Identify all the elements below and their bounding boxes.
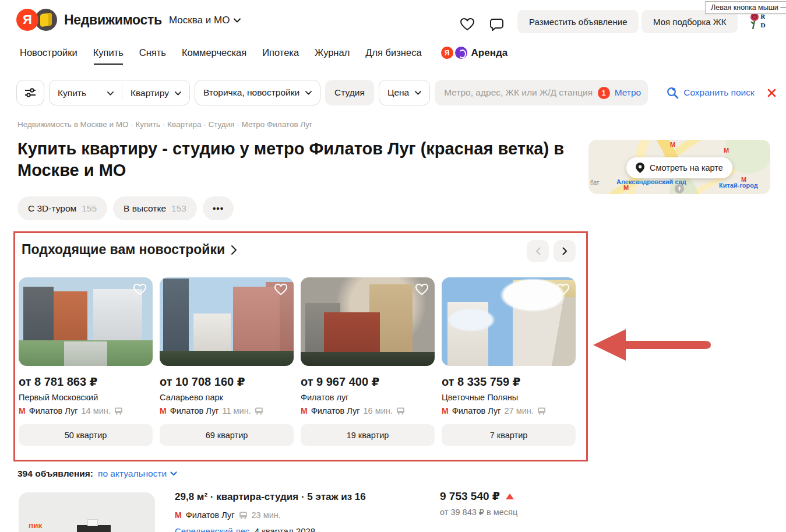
metro-time: 11 мин.: [223, 406, 251, 415]
map-label-aleksandrovsky: Александровский сад: [616, 178, 686, 185]
complex-price: от 9 967 400 ₽: [301, 375, 435, 389]
svg-text:D: D: [760, 22, 766, 29]
profile-avatar[interactable]: R D: [748, 12, 769, 30]
nav-item-snyat[interactable]: Снять: [139, 47, 166, 58]
nav-item-arenda[interactable]: Я Аренда: [441, 47, 508, 59]
brand-title: Недвижимость: [64, 12, 162, 28]
map-preview[interactable]: М М М М бат Александровский сад Китай-го…: [588, 140, 770, 194]
yandex-realty-page: Левая кнопка мыши — з Я Недвижимость Мос…: [0, 0, 786, 532]
complex-price: от 10 708 160 ₽: [160, 375, 294, 389]
recommended-section-link[interactable]: Подходящие вам новостройки: [22, 242, 237, 258]
nav-item-dlya-biznesa[interactable]: Для бизнеса: [365, 47, 421, 58]
complex-name: Саларьево парк: [160, 393, 294, 402]
complex-metro-row: М Филатов Луг 16 мин.: [301, 406, 435, 415]
listing-price-block: 9 753 540 ₽ от 39 843 ₽ в месяц: [440, 489, 517, 517]
price-select[interactable]: Цена: [379, 80, 430, 105]
deal-type-select[interactable]: Купить: [50, 80, 122, 106]
chevron-down-icon: [305, 91, 312, 95]
bus-icon: [239, 512, 248, 519]
nav-item-kommercheskaya[interactable]: Коммерческая: [182, 47, 246, 58]
complex-card: от 8 781 863 ₽ Первый Московский М Филат…: [19, 277, 153, 446]
carousel-prev-button[interactable]: [527, 240, 549, 262]
apartments-count-button[interactable]: 7 квартир: [442, 424, 576, 446]
map-pin-icon: [636, 163, 644, 173]
chip-label: С 3D-туром: [28, 203, 76, 214]
save-search-label: Сохранить поиск: [683, 87, 755, 98]
clear-filters-button[interactable]: [767, 89, 776, 97]
deal-property-group: Купить Квартиру: [49, 80, 190, 105]
metro-icon: М: [175, 510, 182, 520]
chat-button[interactable]: [485, 13, 508, 36]
complex-photo[interactable]: [442, 277, 576, 366]
all-filters-button[interactable]: [16, 80, 44, 105]
bus-icon: [114, 407, 123, 415]
deal-type-value: Купить: [58, 88, 86, 98]
commute-time: 23 мин.: [252, 510, 281, 520]
chat-icon: [489, 17, 504, 31]
market-select[interactable]: Вторичка, новостройки: [195, 80, 320, 105]
metro-name: Филатов Луг: [170, 406, 219, 415]
filter-bar: Купить Квартиру Вторичка, новостройки Ст…: [16, 80, 776, 105]
chevron-down-icon: [415, 91, 421, 95]
sort-select[interactable]: по актуальности: [98, 468, 177, 479]
listing-title[interactable]: 29,8 м² · квартира-студия · 5 этаж из 16: [175, 491, 366, 503]
geo-search-field[interactable]: 1 Метро: [435, 80, 648, 105]
breadcrumb: Недвижимость в Москве и МО · Купить · Кв…: [17, 120, 312, 129]
chip-highrise[interactable]: В высотке 153: [113, 196, 197, 220]
metro-icon: М: [160, 406, 167, 415]
property-type-select[interactable]: Квартиру: [122, 80, 189, 106]
save-search-button[interactable]: Сохранить поиск: [667, 87, 755, 99]
studio-filter-chip[interactable]: Студия: [325, 80, 374, 105]
logo[interactable]: Я Недвижимость: [16, 9, 162, 31]
apartments-count-button[interactable]: 50 квартир: [19, 424, 153, 446]
metro-name: Филатов Луг: [29, 406, 78, 415]
studio-chip-label: Студия: [334, 87, 365, 98]
post-ad-button[interactable]: Разместить объявление: [517, 10, 639, 33]
region-selector[interactable]: Москва и МО: [169, 15, 241, 26]
chevron-down-icon: [107, 91, 114, 96]
arenda-logo-icon: [455, 47, 467, 59]
complex-name: Филатов луг: [301, 393, 435, 402]
complex-photo[interactable]: [160, 277, 294, 366]
complex-photo[interactable]: [19, 277, 153, 366]
nav-item-ipoteka[interactable]: Ипотека: [262, 47, 299, 58]
show-on-map-button[interactable]: Смотреть на карте: [626, 157, 732, 178]
listing-photo[interactable]: пик: [19, 492, 155, 532]
close-icon: [767, 89, 776, 97]
carousel-next-button[interactable]: [554, 240, 576, 262]
geo-search-input[interactable]: [443, 87, 597, 98]
listing-complex-row: Середневский лес, 4 квартал 2028: [175, 526, 366, 532]
price-select-label: Цена: [387, 87, 409, 98]
metro-time: 16 мин.: [364, 406, 393, 415]
complex-photo[interactable]: [301, 277, 435, 366]
favorite-heart-icon[interactable]: [415, 283, 429, 296]
complex-card: от 10 708 160 ₽ Саларьево парк М Филатов…: [160, 277, 294, 446]
developer-logo: пик: [29, 521, 42, 530]
metro-count-badge: 1: [598, 87, 610, 99]
arenda-label: Аренда: [471, 47, 508, 59]
heart-icon: [460, 17, 475, 31]
favorites-button[interactable]: [456, 13, 479, 36]
apartments-count-button[interactable]: 69 квартир: [160, 424, 294, 446]
apartments-count-button[interactable]: 19 квартир: [301, 424, 435, 446]
metro-filter-link[interactable]: Метро: [615, 87, 642, 98]
chip-3d-tour[interactable]: С 3D-туром 155: [17, 196, 107, 220]
nav-item-novostroyki[interactable]: Новостройки: [20, 47, 77, 58]
nav-item-zhurnal[interactable]: Журнал: [315, 47, 350, 58]
nav-item-kupit[interactable]: Купить: [93, 47, 124, 58]
listing-details[interactable]: 29,8 м² · квартира-студия · 5 этаж из 16…: [175, 491, 366, 532]
recommended-title: Подходящие вам новостройки: [22, 242, 225, 258]
favorite-heart-icon[interactable]: [274, 283, 288, 296]
complex-metro-row: М Филатов Луг 27 мин.: [442, 406, 576, 415]
chip-more[interactable]: •••: [203, 196, 234, 220]
rose-avatar-icon: R D: [748, 12, 769, 30]
complex-link[interactable]: Середневский лес: [175, 526, 249, 532]
metro-time: 14 мин.: [82, 406, 111, 415]
yandex-logo-icon: Я: [16, 9, 38, 31]
favorite-heart-icon[interactable]: [556, 283, 570, 296]
page-title: Купить квартиру - студию у метро Филатов…: [17, 138, 571, 181]
metro-name: Филатов Луг: [186, 510, 235, 520]
chevron-left-icon: [535, 247, 541, 255]
favorite-heart-icon[interactable]: [133, 283, 147, 296]
complex-metro-row: М Филатов Луг 11 мин.: [160, 406, 294, 415]
